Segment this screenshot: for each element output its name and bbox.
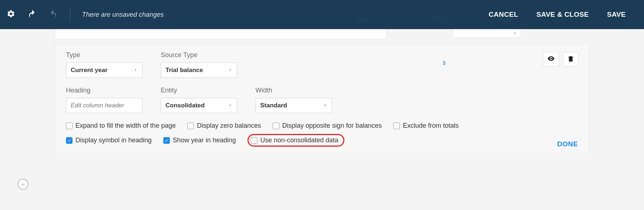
- panel-actions: [543, 52, 579, 67]
- visibility-button[interactable]: [543, 52, 559, 67]
- check-symbol-label: Display symbol in heading: [75, 136, 152, 144]
- check-expand[interactable]: Expand to fill the width of the page: [66, 122, 176, 130]
- top-bar: There are unsaved changes CANCEL SAVE & …: [0, 0, 644, 29]
- source-type-value: Trial balance: [165, 67, 203, 74]
- source-type-select[interactable]: Trial balance: [161, 63, 237, 78]
- chevron-down-icon: [228, 67, 233, 74]
- trash-icon: [567, 55, 574, 64]
- chevron-down-icon: [133, 67, 138, 74]
- save-close-button[interactable]: SAVE & CLOSE: [536, 11, 589, 19]
- chevron-down-icon: [228, 102, 233, 109]
- check-opposite-sign[interactable]: Display opposite sign for balances: [273, 122, 382, 130]
- label-source-type: Source Type: [161, 51, 237, 59]
- checkbox-icon: [163, 137, 170, 144]
- left-gutter: ＋: [0, 29, 33, 210]
- checkbox-icon: [66, 137, 73, 144]
- heading-input-wrap: [66, 98, 143, 113]
- done-button[interactable]: DONE: [557, 140, 578, 148]
- year2-dropdown[interactable]: [452, 29, 521, 38]
- save-button[interactable]: SAVE: [607, 11, 626, 19]
- check-zero-label: Display zero balances: [197, 122, 261, 130]
- check-opposite-label: Display opposite sign for balances: [282, 122, 382, 130]
- eye-icon: [547, 55, 555, 64]
- field-source-type: Source Type Trial balance: [161, 51, 237, 78]
- check-exclude-totals[interactable]: Exclude from totals: [393, 122, 458, 130]
- settings-button[interactable]: [4, 7, 18, 22]
- topbar-actions: CANCEL SAVE & CLOSE SAVE: [489, 11, 644, 19]
- checkbox-icon: [187, 123, 194, 129]
- unsaved-status: There are unsaved changes: [80, 11, 164, 19]
- check-nonconsolidated-label: Use non-consolidated data: [260, 136, 338, 144]
- chevron-down-icon: [323, 102, 327, 109]
- checkbox-icon: [251, 137, 257, 144]
- field-heading: Heading: [66, 87, 143, 113]
- chevron-down-icon: [513, 30, 517, 37]
- redo-button[interactable]: [46, 7, 61, 22]
- label-type: Type: [66, 51, 143, 59]
- checkbox-icon: [66, 123, 73, 129]
- cancel-button[interactable]: CANCEL: [489, 11, 518, 19]
- checkbox-icon: [393, 123, 400, 129]
- check-non-consolidated[interactable]: Use non-consolidated data: [251, 136, 338, 144]
- gear-icon: [7, 9, 15, 20]
- heading-input[interactable]: [71, 98, 138, 113]
- check-year-label: Show year in heading: [173, 136, 236, 144]
- label-width: Width: [255, 87, 332, 94]
- ghost-currency-symbol: $: [443, 60, 446, 66]
- page-body: $ ＋ Type Curr: [0, 29, 644, 210]
- topbar-left: There are unsaved changes: [0, 0, 164, 29]
- ghost-column-year1: 2019: [430, 15, 445, 23]
- topbar-divider: [70, 7, 70, 22]
- row-type-source: Type Current year Source Type Trial bala…: [66, 51, 578, 78]
- checkbox-icon: [273, 123, 279, 129]
- check-display-symbol[interactable]: Display symbol in heading: [66, 136, 152, 144]
- card-fragment: [55, 29, 386, 39]
- undo-button[interactable]: [25, 7, 39, 22]
- entity-select[interactable]: Consolidated: [161, 98, 237, 113]
- width-select[interactable]: Standard: [255, 98, 332, 113]
- checkbox-rows: Expand to fill the width of the page Dis…: [66, 122, 578, 147]
- check-line-2: Display symbol in heading Show year in h…: [66, 134, 578, 147]
- undo-icon: [28, 9, 36, 20]
- type-value: Current year: [71, 67, 108, 74]
- check-line-1: Expand to fill the width of the page Dis…: [66, 122, 578, 130]
- width-value: Standard: [260, 102, 287, 109]
- label-heading: Heading: [66, 87, 143, 94]
- type-select[interactable]: Current year: [66, 63, 143, 78]
- check-exclude-label: Exclude from totals: [403, 122, 458, 130]
- ghost-column-note: Note: [357, 15, 372, 23]
- delete-button[interactable]: [563, 52, 579, 67]
- check-zero-balances[interactable]: Display zero balances: [187, 122, 261, 130]
- field-width: Width Standard: [255, 87, 332, 113]
- plus-icon: ＋: [19, 181, 27, 188]
- field-type: Type Current year: [66, 51, 143, 78]
- highlight-non-consolidated: Use non-consolidated data: [247, 134, 344, 147]
- add-row-button[interactable]: ＋: [17, 179, 28, 190]
- redo-icon: [49, 9, 58, 20]
- row-heading-entity-width: Heading Entity Consolidated Width Standa…: [66, 87, 578, 113]
- label-entity: Entity: [161, 87, 237, 94]
- check-show-year[interactable]: Show year in heading: [163, 136, 236, 144]
- check-expand-label: Expand to fill the width of the page: [75, 122, 176, 130]
- entity-value: Consolidated: [165, 102, 205, 109]
- column-config-panel: Type Current year Source Type Trial bala…: [55, 44, 589, 154]
- field-entity: Entity Consolidated: [161, 87, 237, 113]
